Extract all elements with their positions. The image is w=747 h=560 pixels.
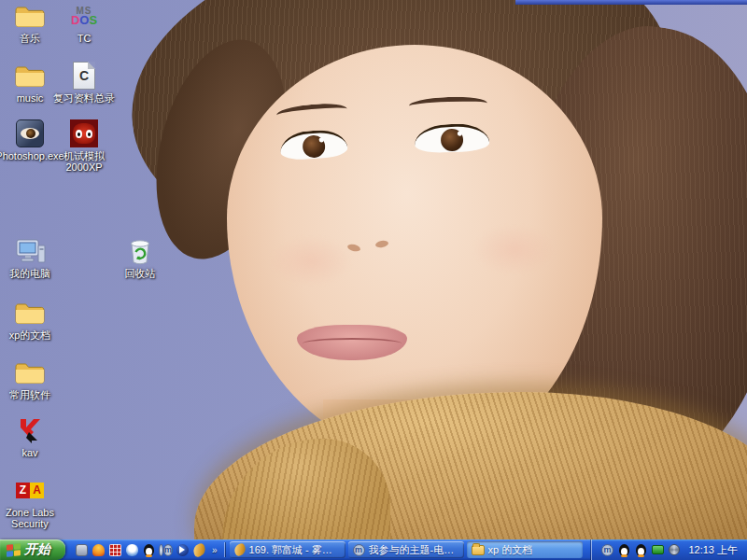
document-letter: C <box>79 68 89 83</box>
desktop-icon-label: 回收站 <box>125 268 156 279</box>
maxthon-browser-icon[interactable]: m <box>600 543 613 556</box>
wallpaper-top-strip <box>515 0 747 5</box>
task-button-xp-docs[interactable]: xp 的文档 <box>467 541 583 558</box>
msdos-d-text: D <box>71 13 79 27</box>
desktop-icon-tc[interactable]: MS DOS TC <box>49 0 120 44</box>
kaspersky-icon <box>14 414 46 446</box>
gold-note-icon <box>234 544 246 555</box>
za-a-text: A <box>30 483 44 498</box>
task-button-song[interactable]: 169. 郭富城 - 雾里... <box>230 541 345 558</box>
qq-penguin-icon[interactable] <box>634 543 647 556</box>
task-button-label: 169. 郭富城 - 雾里... <box>249 543 341 557</box>
folder-icon <box>14 60 46 91</box>
grey-app-icon[interactable] <box>75 543 89 557</box>
my-computer-icon <box>14 235 46 267</box>
desktop-icon-label: TC <box>78 33 92 44</box>
red-devil-app-icon <box>68 118 100 149</box>
msdos-o-text: O <box>79 13 89 27</box>
desktop-screen: 音乐 MS DOS TC music C 复习资料总录 Photos <box>0 0 747 560</box>
taskbar-clock[interactable]: 12:13 上午 <box>684 543 738 557</box>
desktop-icon-common-software[interactable]: 常用软件 <box>0 357 65 400</box>
folder-icon <box>14 297 46 329</box>
maxthon-browser-icon[interactable]: m <box>159 543 173 557</box>
task-button-forum-topic[interactable]: m 我参与的主题-电脑... <box>348 541 464 558</box>
wallpaper-blush <box>269 235 353 287</box>
desktop-icon-label: 机试模拟2000XP <box>63 150 105 173</box>
folder-icon <box>14 0 46 32</box>
taskbar-separator <box>224 542 225 557</box>
orange-app-icon[interactable] <box>92 543 106 557</box>
blue-doll-app-icon[interactable] <box>125 543 139 557</box>
desktop-icon-label: 常用软件 <box>9 389 50 400</box>
za-z-text: Z <box>16 483 30 498</box>
msdos-s-text: S <box>89 13 97 27</box>
desktop-icon-label: music <box>17 92 44 104</box>
desktop-icon-label: 复习资料总录 <box>53 92 115 104</box>
task-button-label: 我参与的主题-电脑... <box>369 543 459 557</box>
desktop-icon-kav[interactable]: kav <box>0 414 65 458</box>
recycle-bin-icon <box>124 235 156 267</box>
gold-note-icon[interactable] <box>192 543 206 557</box>
desktop-icon-label: 音乐 <box>20 33 40 44</box>
qq-penguin-icon[interactable] <box>142 543 156 557</box>
grey-swirl-icon[interactable] <box>668 543 681 556</box>
folder-icon <box>14 357 46 388</box>
task-button-label: xp 的文档 <box>488 543 533 557</box>
desktop-icon-label: Zone LabsSecurity <box>6 507 54 529</box>
taskbar: 开始 m » 169. 郭富城 - 雾里... m 我参与的主题-电脑... <box>0 539 747 560</box>
start-button-label: 开始 <box>24 541 50 558</box>
ms-dos-icon: MS DOS <box>68 0 100 32</box>
desktop-icon-zonelabs[interactable]: Z A Zone LabsSecurity <box>0 474 65 529</box>
desktop-icon-review-notes[interactable]: C 复习资料总录 <box>49 60 120 104</box>
desktop-icon-recycle-bin[interactable]: 回收站 <box>105 235 176 279</box>
zonealarm-icon: Z A <box>14 474 46 506</box>
quicklaunch-overflow-chevron[interactable]: » <box>209 545 220 555</box>
desktop-icon-exam-sim[interactable]: 机试模拟2000XP <box>49 118 120 173</box>
red-grid-app-icon[interactable] <box>108 543 122 557</box>
document-icon: C <box>68 60 100 91</box>
quick-launch-bar: m » <box>73 539 222 560</box>
start-button[interactable]: 开始 <box>0 539 65 560</box>
windows-flag-icon <box>7 543 21 557</box>
blue-media-player-icon[interactable] <box>176 543 190 557</box>
desktop-icon-my-computer[interactable]: 我的电脑 <box>0 235 65 279</box>
green-card-icon[interactable] <box>651 543 664 556</box>
wallpaper-lip-line <box>303 338 402 349</box>
system-tray: m 12:13 上午 <box>591 539 747 560</box>
desktop-wallpaper[interactable]: 音乐 MS DOS TC music C 复习资料总录 Photos <box>0 0 747 539</box>
desktop-icon-label: xp的文档 <box>9 329 51 341</box>
qq-penguin-icon[interactable] <box>617 543 630 556</box>
desktop-icon-label: kav <box>21 447 37 458</box>
wallpaper-blush <box>472 224 557 275</box>
photoshop-icon <box>14 118 46 149</box>
maxthon-browser-icon: m <box>353 544 365 556</box>
task-button-area: 169. 郭富城 - 雾里... m 我参与的主题-电脑... xp 的文档 <box>227 539 592 560</box>
desktop-icon-label: 我的电脑 <box>9 268 50 279</box>
desktop-icon-xp-docs[interactable]: xp的文档 <box>0 297 65 341</box>
maxthon-m-letter: m <box>163 544 173 556</box>
folder-icon <box>472 545 485 555</box>
